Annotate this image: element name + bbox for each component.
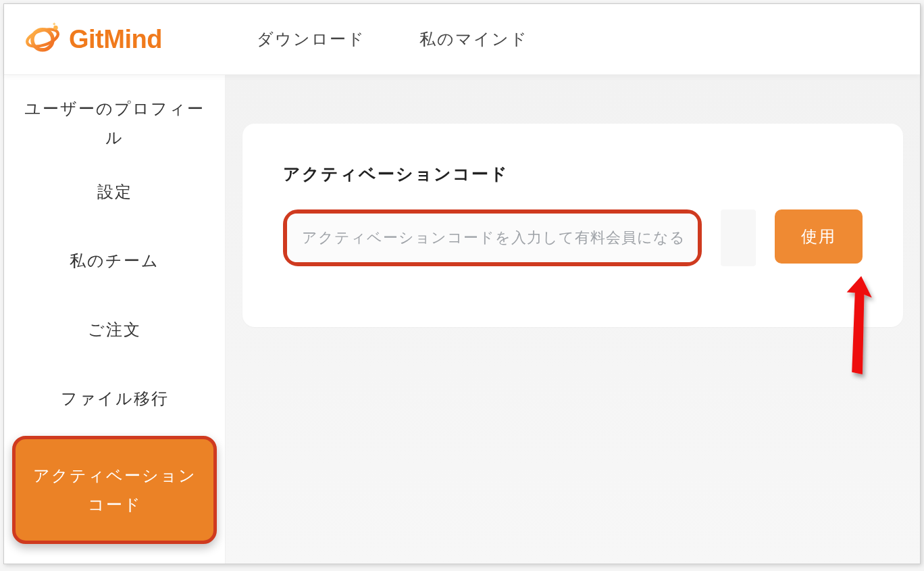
sidebar-item-filemigration[interactable]: ファイル移行	[4, 364, 225, 433]
sidebar-item-profile[interactable]: ユーザーのプロフィール	[4, 89, 225, 157]
activation-input-row: 使用	[283, 209, 863, 266]
sidebar-item-settings[interactable]: 設定	[4, 157, 225, 226]
sidebar-item-activation[interactable]: アクティベーションコード	[12, 436, 217, 544]
body: ユーザーのプロフィール 設定 私のチーム ご注文 ファイル移行 アクティベーショ…	[4, 75, 920, 564]
sidebar: ユーザーのプロフィール 設定 私のチーム ご注文 ファイル移行 アクティベーショ…	[4, 75, 226, 564]
activation-code-input[interactable]	[287, 214, 698, 262]
main-area: アクティベーションコード 使用	[226, 75, 920, 564]
sidebar-item-orders[interactable]: ご注文	[4, 295, 225, 364]
nav-mymind[interactable]: 私のマインド	[419, 28, 528, 50]
logo[interactable]: GitMind	[24, 20, 162, 59]
activation-card: アクティベーションコード 使用	[242, 124, 903, 327]
logo-text: GitMind	[69, 25, 162, 54]
top-nav: ダウンロード 私のマインド	[257, 28, 528, 50]
nav-download[interactable]: ダウンロード	[257, 28, 365, 50]
card-title: アクティベーションコード	[283, 163, 863, 185]
app-window: GitMind ダウンロード 私のマインド ユーザーのプロフィール 設定 私のチ…	[3, 3, 921, 564]
header: GitMind ダウンロード 私のマインド	[4, 4, 920, 75]
svg-point-2	[53, 26, 57, 30]
input-tail-box	[721, 209, 756, 266]
sidebar-item-myteam[interactable]: 私のチーム	[4, 226, 225, 295]
logo-icon	[24, 20, 61, 59]
activation-code-highlight	[283, 209, 702, 266]
use-button[interactable]: 使用	[775, 209, 863, 264]
